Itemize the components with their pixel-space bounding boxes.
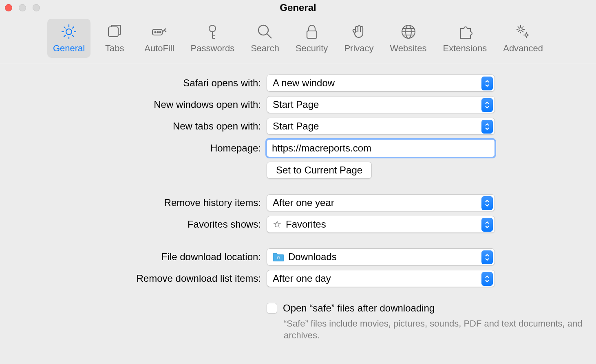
homepage-label: Homepage:: [0, 143, 267, 154]
popup-value: After one day: [273, 273, 331, 284]
gears-icon: [514, 23, 532, 41]
svg-point-11: [519, 28, 522, 31]
file-download-location-label: File download location:: [0, 251, 267, 263]
settings-content: Safari opens with: A new window New wind…: [0, 63, 596, 341]
toolbar-advanced[interactable]: Advanced: [497, 19, 549, 58]
window-title: General: [5, 2, 591, 13]
remove-download-list-items-popup[interactable]: After one day: [267, 270, 495, 287]
svg-point-7: [258, 25, 268, 35]
favorites-shows-popup[interactable]: ☆ Favorites: [267, 216, 495, 233]
toolbar-label: General: [53, 43, 85, 54]
toolbar-label: AutoFill: [144, 43, 174, 54]
homepage-field[interactable]: [267, 139, 495, 157]
popup-value: Start Page: [273, 121, 319, 132]
safe-files-help-text: “Safe” files include movies, pictures, s…: [284, 318, 596, 341]
toolbar-label: Security: [296, 43, 328, 54]
new-windows-open-with-label: New windows open with:: [0, 99, 267, 110]
remove-download-list-items-label: Remove download list items:: [0, 273, 267, 284]
popup-value: Downloads: [288, 251, 337, 263]
updown-icon: [481, 196, 493, 210]
toolbar-tabs[interactable]: Tabs: [95, 19, 134, 58]
svg-rect-8: [307, 31, 317, 38]
popup-value: Favorites: [286, 219, 326, 230]
toolbar-websites[interactable]: Websites: [384, 19, 433, 58]
new-tabs-open-with-label: New tabs open with:: [0, 121, 267, 132]
autofill-icon: [150, 23, 168, 41]
globe-icon: [400, 23, 417, 41]
updown-icon: [481, 218, 493, 232]
toolbar-label: Privacy: [344, 43, 373, 54]
titlebar: General: [0, 0, 596, 15]
safari-opens-with-label: Safari opens with:: [0, 77, 267, 89]
search-icon: [256, 23, 274, 41]
svg-point-3: [155, 32, 156, 33]
popup-value: A new window: [273, 77, 335, 89]
toolbar-general[interactable]: General: [47, 19, 91, 58]
puzzle-icon: [456, 23, 474, 41]
toolbar-label: Websites: [390, 43, 427, 54]
gear-icon: [60, 23, 78, 41]
tabs-icon: [106, 23, 124, 41]
svg-point-5: [159, 32, 161, 33]
minimize-button[interactable]: [19, 4, 26, 11]
new-windows-open-with-popup[interactable]: Start Page: [267, 96, 495, 113]
folder-icon: [273, 252, 284, 261]
updown-icon: [481, 120, 493, 134]
toolbar-autofill[interactable]: AutoFill: [139, 19, 180, 58]
lock-icon: [303, 23, 321, 41]
open-safe-files-label: Open “safe” files after downloading: [283, 303, 435, 314]
toolbar-search[interactable]: Search: [245, 19, 285, 58]
popup-value: Start Page: [273, 99, 319, 110]
toolbar-privacy[interactable]: Privacy: [338, 19, 379, 58]
toolbar-extensions[interactable]: Extensions: [437, 19, 493, 58]
safari-opens-with-popup[interactable]: A new window: [267, 75, 495, 92]
new-tabs-open-with-popup[interactable]: Start Page: [267, 118, 495, 135]
svg-point-0: [66, 29, 72, 35]
key-icon: [203, 23, 221, 41]
svg-point-4: [157, 32, 158, 33]
toolbar-label: Search: [251, 43, 279, 54]
svg-rect-1: [108, 27, 118, 37]
star-icon: ☆: [273, 219, 282, 230]
toolbar-security[interactable]: Security: [290, 19, 333, 58]
maximize-button[interactable]: [33, 4, 40, 11]
toolbar-passwords[interactable]: Passwords: [185, 19, 241, 58]
remove-history-items-label: Remove history items:: [0, 197, 267, 208]
set-to-current-page-button[interactable]: Set to Current Page: [267, 162, 372, 179]
updown-icon: [481, 250, 493, 264]
toolbar-label: Extensions: [443, 43, 487, 54]
updown-icon: [481, 98, 493, 112]
favorites-shows-label: Favorites shows:: [0, 219, 267, 230]
updown-icon: [481, 272, 493, 286]
preferences-toolbar: General Tabs AutoFill: [0, 15, 596, 63]
popup-value: After one year: [273, 197, 334, 208]
toolbar-label: Advanced: [503, 43, 543, 54]
remove-history-items-popup[interactable]: After one year: [267, 194, 495, 211]
hand-icon: [350, 23, 368, 41]
toolbar-label: Tabs: [105, 43, 124, 54]
file-download-location-popup[interactable]: Downloads: [267, 248, 495, 265]
svg-point-12: [525, 34, 528, 36]
svg-point-6: [209, 25, 216, 32]
updown-icon: [481, 77, 493, 90]
toolbar-label: Passwords: [191, 43, 235, 54]
open-safe-files-checkbox[interactable]: [267, 303, 277, 314]
traffic-lights: [5, 4, 40, 11]
close-button[interactable]: [5, 4, 12, 11]
